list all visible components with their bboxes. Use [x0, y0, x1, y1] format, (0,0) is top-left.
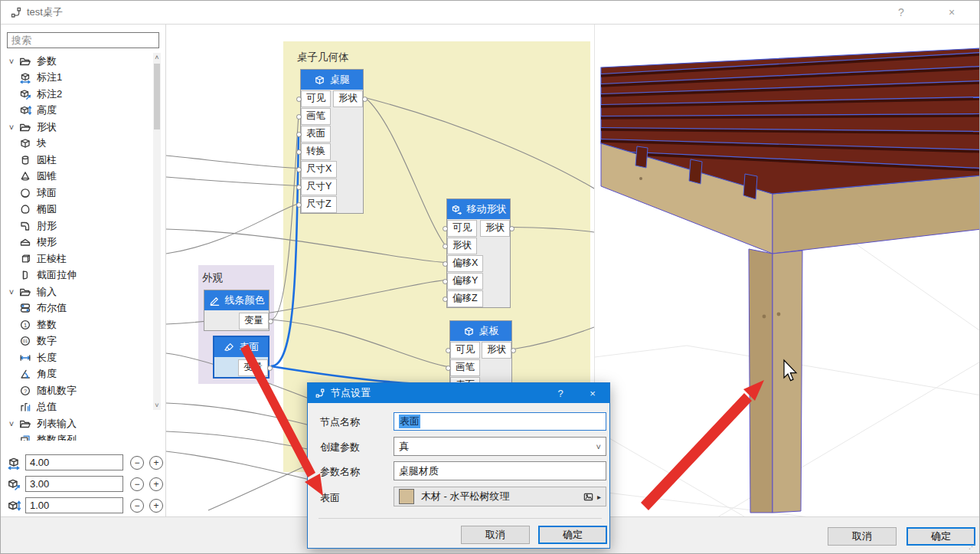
- input-port[interactable]: 画笔: [301, 108, 331, 125]
- tree-item[interactable]: 随机数字: [4, 382, 152, 399]
- tree-item[interactable]: 球面: [4, 185, 152, 202]
- node-port-row: 偏移X: [447, 254, 510, 272]
- node-header[interactable]: 移动形状: [447, 199, 510, 219]
- tree-item[interactable]: 肘形: [4, 218, 152, 234]
- tree-item-icon: [19, 121, 31, 133]
- input-port[interactable]: 偏移Y: [447, 273, 483, 290]
- help-button[interactable]: ?: [884, 1, 918, 24]
- tree-item[interactable]: 块: [4, 136, 152, 152]
- node-name-input[interactable]: 表面: [394, 412, 606, 431]
- input-port[interactable]: 偏移Z: [447, 290, 483, 307]
- close-button[interactable]: ×: [935, 1, 969, 24]
- input-port[interactable]: 画笔: [450, 359, 480, 376]
- tree-item[interactable]: 圆锥: [4, 169, 152, 185]
- tree-item[interactable]: 截面拉伸: [4, 267, 152, 284]
- dialog-help-button[interactable]: ?: [545, 383, 576, 403]
- node-port-row: 偏移Y: [447, 272, 510, 290]
- output-port[interactable]: 变量: [238, 359, 268, 376]
- scroll-up-icon[interactable]: ˄: [153, 53, 161, 62]
- node-header[interactable]: 表面: [214, 337, 268, 357]
- node-header[interactable]: 桌板: [450, 321, 511, 341]
- tree-item[interactable]: 整数: [4, 316, 152, 333]
- node-line-color[interactable]: 线条颜色 变量: [204, 290, 270, 331]
- tree-item[interactable]: 角度: [4, 366, 152, 383]
- input-port[interactable]: 转换: [301, 143, 331, 160]
- parameter-value-input[interactable]: 1.00: [25, 497, 123, 513]
- increment-button[interactable]: +: [149, 499, 163, 513]
- output-port[interactable]: 变量: [239, 313, 269, 329]
- node-table-leg[interactable]: 桌腿 可见 形状 画笔: [300, 69, 364, 214]
- brush-icon: [224, 342, 235, 353]
- dialog-close-button[interactable]: ×: [577, 383, 608, 403]
- tree-item[interactable]: 圆柱: [4, 152, 152, 169]
- tree-item[interactable]: 长度: [4, 349, 152, 366]
- tree-item[interactable]: 整数序列: [4, 432, 152, 441]
- dialog-ok-button[interactable]: 确定: [538, 526, 607, 544]
- output-port[interactable]: 形状: [480, 220, 510, 237]
- scroll-down-icon[interactable]: ˅: [153, 401, 161, 410]
- input-port[interactable]: 可见: [447, 220, 477, 237]
- tree-item-icon: [19, 187, 31, 199]
- node-move-shape[interactable]: 移动形状 可见 形状 形状: [446, 198, 511, 308]
- input-port[interactable]: 尺寸Z: [301, 196, 337, 213]
- chevron-down-icon[interactable]: ˅: [4, 419, 19, 428]
- tree-item[interactable]: 正棱柱: [4, 251, 152, 267]
- parameter-value-input[interactable]: 3.00: [25, 476, 123, 492]
- tree-item[interactable]: ˅ 列表输入: [4, 415, 152, 432]
- 3d-viewport[interactable]: [594, 25, 979, 517]
- tree-item[interactable]: 数字: [4, 333, 152, 350]
- wire: [365, 98, 445, 245]
- input-port[interactable]: 尺寸X: [301, 161, 337, 178]
- node-header[interactable]: 桌腿: [301, 70, 363, 90]
- surface-material-button[interactable]: 木材 - 水平松树纹理 ▸: [394, 487, 606, 506]
- search-input[interactable]: [7, 32, 159, 48]
- chevron-down-icon[interactable]: ˅: [4, 57, 19, 66]
- node-header[interactable]: 线条颜色: [204, 290, 269, 310]
- chevron-down-icon[interactable]: ˅: [4, 123, 19, 132]
- decrement-button[interactable]: −: [130, 499, 144, 513]
- tree-item[interactable]: 高度: [4, 103, 152, 120]
- node-port-row: 尺寸X: [301, 160, 363, 178]
- output-port[interactable]: 形状: [333, 90, 363, 107]
- tree-item-label: 总值: [37, 400, 57, 414]
- parameter-value-input[interactable]: 4.00: [25, 454, 123, 470]
- create-param-select[interactable]: 真 ˅: [394, 437, 606, 456]
- tree-item[interactable]: ˅ 输入: [4, 284, 152, 300]
- tree-item[interactable]: 标注1: [4, 70, 152, 87]
- tree-item[interactable]: 总值: [4, 399, 152, 416]
- dimension-icon: [7, 456, 21, 470]
- input-port[interactable]: 形状: [447, 238, 477, 254]
- tree-item-label: 圆柱: [37, 153, 57, 167]
- tree-item[interactable]: ˅ 形状: [4, 119, 152, 136]
- input-port[interactable]: 可见: [301, 90, 331, 107]
- tree-item-label: 截面拉伸: [37, 268, 77, 282]
- resize-grip[interactable]: ⋰: [969, 543, 976, 550]
- decrement-button[interactable]: −: [130, 477, 144, 491]
- tree-item[interactable]: 楔形: [4, 234, 152, 251]
- increment-button[interactable]: +: [149, 477, 163, 491]
- output-port[interactable]: 形状: [482, 342, 511, 359]
- tree-item[interactable]: 标注2: [4, 86, 152, 103]
- input-port[interactable]: 尺寸Y: [301, 179, 337, 195]
- tree-item[interactable]: ˅ 参数: [4, 53, 152, 70]
- cancel-button[interactable]: 取消: [828, 527, 897, 546]
- chevron-down-icon[interactable]: ˅: [4, 287, 19, 297]
- app-icon: [10, 6, 22, 18]
- dialog-separator: [318, 518, 602, 519]
- tree-scrollbar[interactable]: ˄ ˅: [153, 53, 161, 410]
- tree-item-icon: [19, 154, 31, 166]
- ok-button[interactable]: 确定: [906, 527, 975, 546]
- wood-knot: [763, 315, 766, 319]
- node-surface[interactable]: 表面 变量: [213, 336, 270, 379]
- decrement-button[interactable]: −: [130, 456, 144, 470]
- increment-button[interactable]: +: [149, 456, 163, 470]
- param-name-input[interactable]: 桌腿材质: [394, 461, 606, 480]
- input-port[interactable]: 可见: [450, 342, 480, 359]
- input-port[interactable]: 表面: [301, 126, 331, 143]
- tree-item[interactable]: 椭圆: [4, 202, 152, 218]
- tree-item-icon: [19, 203, 31, 215]
- scrollbar-thumb[interactable]: [154, 64, 160, 129]
- dialog-cancel-button[interactable]: 取消: [461, 526, 530, 544]
- tree-item[interactable]: 布尔值: [4, 300, 152, 317]
- input-port[interactable]: 偏移X: [447, 255, 483, 272]
